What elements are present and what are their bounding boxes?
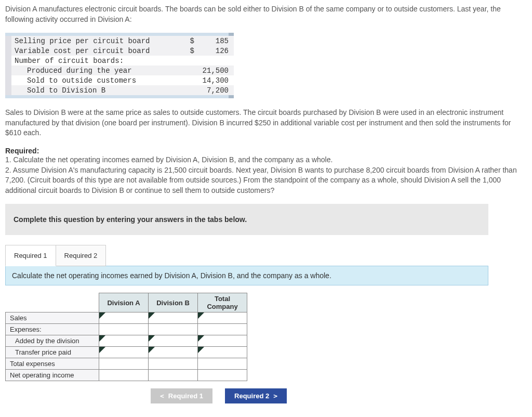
- input-sales-divA[interactable]: [99, 312, 149, 324]
- prev-button-label: Required 1: [168, 392, 203, 400]
- col-head-division-a: Division A: [99, 293, 149, 312]
- input-sales-total[interactable]: [198, 312, 247, 324]
- required-heading: Required:: [5, 147, 527, 155]
- currency-symbol: $: [182, 36, 197, 46]
- cell-total-expenses-total: [198, 358, 247, 370]
- currency-symbol: $: [182, 46, 197, 56]
- row-added-label: Added by the division: [6, 335, 99, 347]
- input-added-total[interactable]: [198, 335, 247, 347]
- tab-required-1[interactable]: Required 1: [5, 245, 56, 266]
- activity-data-table: Selling price per circuit board $ 185 Va…: [5, 36, 234, 95]
- row-selling-price-value: 185: [197, 36, 234, 46]
- answer-table: Division A Division B Total Company Sale…: [5, 293, 247, 381]
- table-top-bar: [5, 33, 234, 36]
- prev-button: < Required 1: [151, 388, 212, 403]
- row-sales-label: Sales: [6, 312, 99, 324]
- cell-noi-total: [198, 370, 247, 381]
- col-head-division-b: Division B: [149, 293, 198, 312]
- requirement-2: 2. Assume Division A's manufacturing cap…: [5, 165, 527, 196]
- cell-expenses-divB: [149, 324, 198, 335]
- table-bottom-bar: [5, 95, 234, 98]
- cell-total-expenses-divA: [99, 358, 149, 370]
- instruction-text: Complete this question by entering your …: [14, 215, 247, 224]
- requirement-1: 1. Calculate the net operating incomes e…: [5, 155, 527, 165]
- tab-required-2[interactable]: Required 2: [56, 245, 107, 266]
- row-variable-cost-label: Variable cost per circuit board: [11, 46, 182, 56]
- chevron-right-icon: >: [273, 392, 277, 400]
- row-produced-label: Produced during the year: [11, 66, 182, 75]
- nav-button-row: < Required 1 Required 2 >: [151, 388, 527, 403]
- row-total-expenses-label: Total expenses: [6, 358, 99, 370]
- instruction-panel: Complete this question by entering your …: [5, 204, 488, 235]
- row-num-boards-label: Number of circuit boards:: [11, 56, 182, 66]
- cell-expenses-total: [198, 324, 247, 335]
- activity-data-block: Selling price per circuit board $ 185 Va…: [5, 33, 527, 98]
- input-sales-divB[interactable]: [149, 312, 198, 324]
- row-sold-outside-label: Sold to outside customers: [11, 75, 182, 85]
- input-transfer-divA[interactable]: [99, 347, 149, 358]
- row-variable-cost-value: 126: [197, 46, 234, 56]
- cell-noi-divA: [99, 370, 149, 381]
- input-added-divB[interactable]: [149, 335, 198, 347]
- row-sold-divB-value: 7,200: [197, 85, 234, 95]
- next-button-label: Required 2: [234, 392, 269, 400]
- next-button[interactable]: Required 2 >: [225, 388, 287, 403]
- chevron-left-icon: <: [160, 392, 164, 400]
- row-sold-outside-value: 14,300: [197, 75, 234, 85]
- row-noi-label: Net operating income: [6, 370, 99, 381]
- row-expenses-label: Expenses:: [6, 324, 99, 335]
- tab-bar: Required 1 Required 2: [5, 244, 527, 266]
- input-transfer-total[interactable]: [198, 347, 247, 358]
- row-sold-divB-label: Sold to Division B: [11, 85, 182, 95]
- context-paragraph: Sales to Division B were at the same pri…: [5, 108, 527, 138]
- cell-noi-divB: [149, 370, 198, 381]
- tab-instruction-panel: Calculate the net operating incomes earn…: [5, 266, 488, 285]
- col-head-total-company: Total Company: [198, 293, 247, 312]
- row-selling-price-label: Selling price per circuit board: [11, 36, 182, 46]
- input-transfer-divB[interactable]: [149, 347, 198, 358]
- cell-expenses-divA: [99, 324, 149, 335]
- row-transfer-label: Transfer price paid: [6, 347, 99, 358]
- input-added-divA[interactable]: [99, 335, 149, 347]
- row-produced-value: 21,500: [197, 66, 234, 75]
- intro-paragraph: Division A manufactures electronic circu…: [5, 4, 527, 24]
- cell-total-expenses-divB: [149, 358, 198, 370]
